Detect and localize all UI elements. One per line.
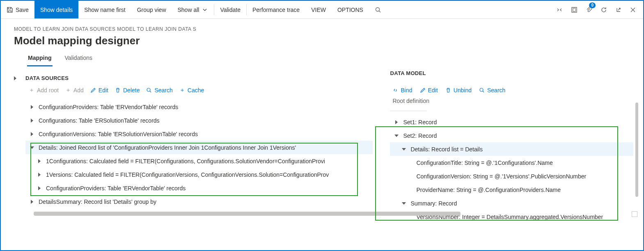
tree-row-selected[interactable]: Details: Record list = Details bbox=[390, 142, 633, 156]
search-icon bbox=[146, 87, 152, 93]
refresh-button[interactable] bbox=[596, 1, 611, 18]
command-bar: Save Show details Show name first Group … bbox=[1, 1, 643, 19]
divider bbox=[390, 111, 427, 111]
tree-row[interactable]: Set2: Record bbox=[390, 129, 633, 142]
edit-button[interactable]: Edit bbox=[90, 87, 108, 94]
search-icon bbox=[375, 7, 381, 13]
search-button-dm[interactable]: Search bbox=[479, 87, 505, 94]
page-title: Model mapping designer bbox=[14, 34, 630, 47]
chevron-right-icon bbox=[31, 119, 33, 123]
tree-row[interactable]: Summary: Record bbox=[390, 196, 633, 210]
add-root-button[interactable]: ＋ Add root bbox=[29, 87, 59, 94]
chevron-right-icon bbox=[31, 200, 33, 204]
data-sources-tree: ConfigurationProviders: Table 'ERVendorT… bbox=[25, 100, 373, 208]
search-button[interactable] bbox=[369, 1, 387, 18]
vertical-scrollbar[interactable] bbox=[635, 103, 638, 197]
breadcrumb: MODEL TO LEARN JOIN DATA SOURCES MODEL T… bbox=[14, 26, 630, 32]
tree-row[interactable]: ProviderName: String = @.ConfigurationPr… bbox=[390, 183, 633, 196]
options-menu[interactable]: OPTIONS bbox=[332, 1, 369, 18]
chevron-right-icon bbox=[38, 186, 41, 190]
unbind-button[interactable]: Unbind bbox=[445, 87, 472, 94]
chevron-down-icon bbox=[402, 202, 406, 205]
tree-row[interactable]: 1Configurations: Calculated field = FILT… bbox=[25, 154, 373, 168]
resize-handle[interactable] bbox=[632, 211, 637, 217]
cache-button[interactable]: ＋ Cache bbox=[179, 87, 204, 94]
root-definition-label: Root definition bbox=[390, 98, 633, 108]
chevron-down-icon bbox=[402, 148, 406, 151]
close-button[interactable] bbox=[626, 1, 640, 18]
tab-validations[interactable]: Validations bbox=[64, 51, 93, 66]
svg-line-5 bbox=[150, 91, 151, 92]
chevron-right-icon bbox=[14, 76, 16, 80]
tab-mapping[interactable]: Mapping bbox=[27, 51, 53, 66]
tree-row-selected[interactable]: Details: Joined Record list of 'Configur… bbox=[25, 141, 373, 154]
chevron-down-icon bbox=[394, 135, 399, 137]
popout-icon bbox=[615, 7, 622, 13]
tree-row[interactable]: ConfigurationVersions: Table 'ERSolution… bbox=[25, 127, 373, 141]
show-details-button[interactable]: Show details bbox=[34, 1, 78, 18]
save-label: Save bbox=[16, 7, 29, 13]
chevron-right-icon bbox=[31, 105, 33, 109]
plus-icon: ＋ bbox=[29, 87, 34, 93]
plus-icon: ＋ bbox=[65, 87, 71, 93]
save-icon bbox=[7, 7, 13, 13]
data-model-heading: DATA MODEL bbox=[390, 70, 633, 81]
tree-row[interactable]: 1Versions: Calculated field = FILTER(Con… bbox=[25, 168, 373, 181]
search-icon bbox=[479, 87, 485, 93]
chevron-right-icon bbox=[395, 120, 398, 124]
tree-row[interactable]: ConfigurationProviders: Table 'ERVendorT… bbox=[25, 181, 373, 195]
tree-row[interactable]: Configurations: Table 'ERSolutionTable' … bbox=[25, 114, 373, 127]
svg-line-1 bbox=[379, 11, 380, 12]
bind-button[interactable]: Bind bbox=[392, 87, 412, 94]
tree-row[interactable]: Set1: Record bbox=[390, 115, 633, 129]
attachments-count: 0 bbox=[589, 2, 596, 8]
plus-icon: ＋ bbox=[179, 87, 185, 93]
svg-point-6 bbox=[480, 88, 483, 91]
link-icon bbox=[392, 87, 398, 93]
svg-point-0 bbox=[376, 7, 379, 11]
tree-row[interactable]: DetailsSummary: Record list 'Details' gr… bbox=[25, 195, 373, 208]
svg-rect-3 bbox=[573, 8, 575, 11]
chevron-right-icon bbox=[38, 159, 41, 163]
chevron-down-icon bbox=[202, 7, 208, 13]
chevron-right-icon bbox=[31, 132, 33, 136]
chevron-right-icon bbox=[38, 173, 41, 177]
edit-button-dm[interactable]: Edit bbox=[420, 87, 438, 94]
pencil-icon bbox=[90, 87, 96, 93]
scrollbar-thumb[interactable] bbox=[34, 212, 461, 216]
horizontal-scrollbar[interactable] bbox=[34, 212, 627, 216]
show-name-first-button[interactable]: Show name first bbox=[78, 1, 131, 18]
attachments-button[interactable]: 0 bbox=[582, 1, 596, 18]
tabstrip: Mapping Validations bbox=[14, 51, 630, 67]
refresh-icon bbox=[600, 7, 607, 13]
data-sources-heading: DATA SOURCES bbox=[25, 73, 373, 86]
group-view-button[interactable]: Group view bbox=[131, 1, 172, 18]
view-menu[interactable]: VIEW bbox=[305, 1, 332, 18]
tree-row[interactable]: ConfigurationVersion: String = @.'1Versi… bbox=[390, 169, 633, 183]
tree-row[interactable]: ConfigurationTitle: String = @.'1Configu… bbox=[390, 156, 633, 169]
connector-icon[interactable] bbox=[552, 1, 567, 18]
collapse-handle[interactable] bbox=[14, 73, 25, 251]
svg-point-4 bbox=[147, 88, 150, 91]
show-all-button[interactable]: Show all bbox=[172, 1, 214, 18]
chevron-down-icon bbox=[30, 146, 34, 149]
trash-icon bbox=[115, 87, 121, 93]
add-button[interactable]: ＋ Add bbox=[65, 87, 84, 94]
data-model-tree: Set1: Record Set2: Record Details: Recor… bbox=[390, 115, 633, 224]
pencil-icon bbox=[420, 87, 426, 93]
popout-button[interactable] bbox=[611, 1, 626, 18]
search-button-ds[interactable]: Search bbox=[146, 87, 172, 94]
show-details-label: Show details bbox=[40, 7, 73, 13]
save-button[interactable]: Save bbox=[1, 1, 34, 18]
validate-button[interactable]: Validate bbox=[214, 1, 246, 18]
svg-line-7 bbox=[483, 91, 484, 92]
office-icon[interactable] bbox=[567, 1, 582, 18]
trash-icon bbox=[445, 87, 451, 93]
tree-row[interactable]: ConfigurationProviders: Table 'ERVendorT… bbox=[25, 100, 373, 114]
close-icon bbox=[630, 7, 636, 13]
performance-trace-button[interactable]: Performance trace bbox=[247, 1, 305, 18]
delete-button[interactable]: Delete bbox=[115, 87, 140, 94]
